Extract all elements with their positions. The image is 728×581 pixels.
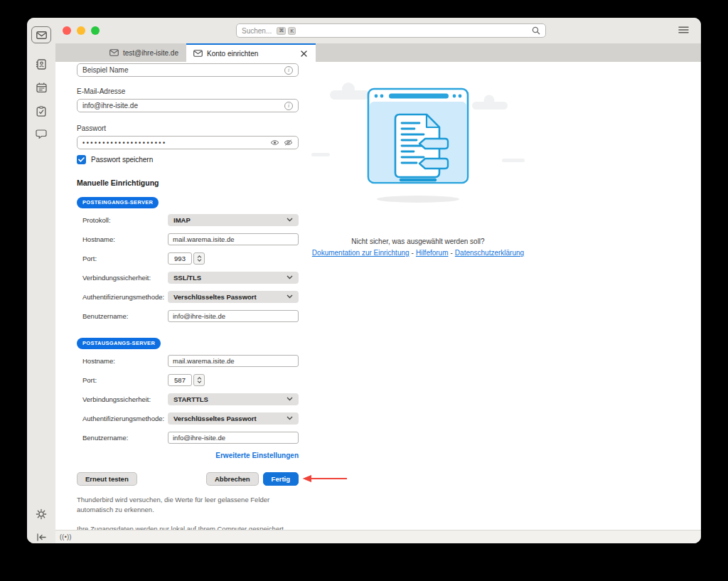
full-name-field[interactable]: Beispiel Name i [77, 63, 299, 77]
info-icon: i [284, 102, 293, 110]
status-bar: ((•)) [55, 530, 701, 543]
action-buttons: Erneut testen Abbrechen Fertig [77, 472, 299, 486]
tab-account-setup[interactable]: Konto einrichten [186, 43, 316, 62]
manual-setup-heading: Manuelle Einrichtigung [77, 178, 299, 187]
outgoing-hostname-input[interactable]: mail.warema.isite.de [168, 355, 299, 367]
privacy-link[interactable]: Datenschutzerklärung [455, 249, 524, 257]
password-label: Passwort [77, 124, 299, 132]
incoming-username-input[interactable]: info@ihre-isite.de [168, 310, 299, 322]
incoming-server-badge: POSTEINGANGS-SERVER [77, 197, 159, 208]
broadcast-icon: ((•)) [60, 533, 72, 540]
tasks-space-button[interactable] [31, 102, 51, 119]
tab-label: test@ihre-isite.de [123, 49, 178, 57]
outgoing-port-input[interactable]: 587 [168, 374, 192, 386]
show-password-icon[interactable] [270, 139, 279, 146]
incoming-security-row: Verbindungssicherheit: SSL/TLS [77, 272, 299, 284]
advanced-settings-link[interactable]: Erweiterte Einstellungen [77, 452, 299, 459]
chevron-down-icon [287, 275, 293, 279]
username-value: info@ihre-isite.de [173, 434, 225, 442]
full-name-value: Beispiel Name [82, 66, 128, 74]
incoming-security-select[interactable]: SSL/TLS [168, 272, 299, 284]
outgoing-auth-row: Authentifizierungsmethode: Verschlüsselt… [77, 412, 299, 425]
security-value: STARTTLS [173, 395, 208, 403]
close-tab-button[interactable] [299, 49, 309, 58]
security-value: SSL/TLS [173, 274, 201, 282]
zoom-window-button[interactable] [91, 26, 100, 35]
calendar-icon [36, 82, 47, 92]
envelope-icon [193, 50, 203, 57]
collapse-toolbar-button[interactable] [31, 528, 51, 543]
tab-label: Konto einrichten [207, 50, 258, 58]
port-label: Port: [77, 376, 168, 384]
annotation-arrow-icon [302, 474, 348, 483]
tab-bar: test@ihre-isite.de Konto einrichten [55, 43, 701, 62]
email-label: E-Mail-Adresse [77, 87, 299, 95]
chevron-down-icon [287, 416, 293, 420]
username-label: Benutzername: [77, 312, 168, 320]
documentation-link[interactable]: Dokumentation zur Einrichtung [312, 249, 410, 257]
settings-button[interactable] [31, 506, 51, 523]
port-label: Port: [77, 255, 168, 262]
protocol-value: IMAP [173, 216, 191, 224]
setup-help-panel: Nicht sicher, was ausgewählt werden soll… [297, 82, 539, 257]
outgoing-security-row: Verbindungssicherheit: STARTTLS [77, 393, 299, 405]
traffic-lights [63, 26, 100, 35]
minimize-window-button[interactable] [77, 26, 85, 35]
thunderbird-window: Suchen... ⌘ K test@ihre-isite.de Konto e… [27, 18, 701, 543]
outgoing-username-input[interactable]: info@ihre-isite.de [168, 432, 299, 444]
incoming-username-row: Benutzername: info@ihre-isite.de [77, 310, 299, 322]
done-button[interactable]: Fertig [263, 472, 299, 486]
incoming-hostname-row: Hostname: mail.warema.isite.de [77, 233, 299, 245]
hostname-label: Hostname: [77, 357, 168, 365]
app-menu-button[interactable] [678, 26, 689, 33]
username-value: info@ihre-isite.de [173, 312, 225, 320]
account-setup-pane: Beispiel Name i E-Mail-Adresse info@ihre… [55, 62, 701, 530]
protocol-row: Protokoll: IMAP [77, 214, 299, 226]
addressbook-space-button[interactable] [31, 55, 51, 73]
outgoing-server-badge: POSTAUSGANGS-SERVER [77, 338, 161, 349]
search-placeholder: Suchen... [242, 27, 272, 35]
chat-space-button[interactable] [31, 125, 51, 142]
auth-value: Verschlüsseltes Passwort [173, 293, 257, 301]
cmd-key-badge: ⌘ [277, 27, 286, 35]
autodetect-note: Thunderbird wird versuchen, die Werte fü… [77, 495, 299, 516]
password-field[interactable]: ••••••••••••••••••••• [77, 136, 299, 149]
outgoing-hostname-row: Hostname: mail.warema.isite.de [77, 355, 299, 367]
save-password-checkbox[interactable] [77, 155, 86, 164]
incoming-port-stepper[interactable] [193, 252, 205, 265]
incoming-hostname-input[interactable]: mail.warema.isite.de [168, 233, 299, 245]
outgoing-username-row: Benutzername: info@ihre-isite.de [77, 432, 299, 444]
k-key-badge: K [288, 27, 296, 35]
outgoing-port-stepper[interactable] [193, 374, 205, 386]
outgoing-security-select[interactable]: STARTTLS [168, 393, 299, 405]
password-value: ••••••••••••••••••••• [82, 139, 267, 146]
incoming-port-row: Port: 993 [77, 252, 299, 265]
unified-toolbar: Suchen... ⌘ K [55, 18, 701, 43]
forum-link[interactable]: Hilfeforum [416, 249, 449, 257]
gear-icon [36, 508, 47, 520]
tab-mail-account[interactable]: test@ihre-isite.de [102, 43, 186, 62]
retest-button[interactable]: Erneut testen [77, 472, 137, 486]
protocol-select[interactable]: IMAP [168, 214, 299, 226]
incoming-auth-select[interactable]: Verschlüsseltes Passwort [168, 291, 299, 303]
document-setup-illustration [311, 82, 525, 204]
save-password-row: Passwort speichern [77, 155, 299, 164]
spaces-toolbar [27, 18, 55, 543]
hide-password-icon[interactable] [284, 139, 293, 146]
incoming-port-input[interactable]: 993 [168, 252, 192, 265]
global-search-input[interactable]: Suchen... ⌘ K [236, 23, 546, 38]
outgoing-auth-select[interactable]: Verschlüsseltes Passwort [168, 412, 299, 425]
hostname-label: Hostname: [77, 235, 168, 243]
save-password-label: Passwort speichern [91, 156, 153, 164]
search-icon [532, 26, 540, 35]
auth-label: Authentifizierungsmethode: [77, 293, 168, 301]
calendar-space-button[interactable] [31, 79, 51, 96]
collapse-left-icon [36, 533, 47, 541]
cancel-button[interactable]: Abbrechen [206, 472, 259, 486]
email-field[interactable]: info@ihre-isite.de i [77, 99, 299, 112]
mail-space-button[interactable] [31, 26, 51, 43]
security-label: Verbindungssicherheit: [77, 274, 168, 282]
close-window-button[interactable] [63, 26, 71, 35]
hamburger-icon [678, 26, 689, 33]
chevron-down-icon [287, 397, 293, 401]
